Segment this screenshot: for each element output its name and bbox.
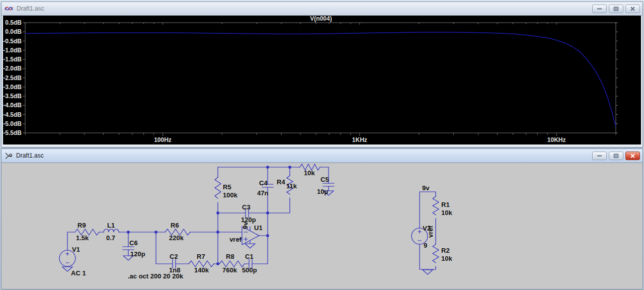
ltspice-mdi-area: { "plot_window": { "title": "Draft1.asc"… bbox=[0, 0, 644, 290]
wire bbox=[67, 232, 242, 250]
svg-text:-2.0dB: -2.0dB bbox=[3, 65, 22, 72]
label-C6: C6 bbox=[129, 239, 138, 247]
label-C2: C2 bbox=[170, 253, 178, 260]
value-V1: AC 1 bbox=[71, 269, 86, 277]
close-icon bbox=[630, 154, 635, 158]
label-C5: C5 bbox=[320, 176, 329, 183]
label-R8: R8 bbox=[226, 253, 234, 260]
schematic-window: Draft1.asc bbox=[1, 149, 643, 289]
label-R2: R2 bbox=[441, 247, 450, 254]
waveform-close-button[interactable] bbox=[625, 5, 640, 13]
minimize-icon bbox=[597, 154, 602, 158]
value-C1: 500p bbox=[242, 266, 257, 274]
waveform-minimize-button[interactable] bbox=[592, 5, 607, 13]
svg-text:-4.5dB: -4.5dB bbox=[3, 111, 22, 118]
waveform-icon bbox=[5, 5, 14, 12]
value-R8: 760k bbox=[222, 266, 237, 274]
value-C6: 120p bbox=[130, 250, 145, 258]
label-U1: U1 bbox=[254, 224, 263, 232]
wire bbox=[268, 167, 290, 213]
spice-directive: .ac oct 200 20 20k bbox=[128, 272, 184, 280]
label-R4: R4 bbox=[277, 178, 285, 186]
value-L1: 0.7 bbox=[106, 234, 115, 242]
svg-text:100Hz: 100Hz bbox=[154, 136, 172, 143]
value-R5: 100k bbox=[223, 191, 238, 199]
label-C1: C1 bbox=[245, 253, 254, 260]
svg-text:-3.5dB: -3.5dB bbox=[3, 93, 22, 100]
label-C3: C3 bbox=[242, 203, 251, 211]
waveform-window: Draft1.asc V(n004) 0.5dB0.0dB-0.5dB-1.0d… bbox=[1, 2, 643, 148]
net-vref-divider: vref bbox=[427, 225, 434, 238]
value-R6: 220k bbox=[169, 234, 184, 242]
svg-text:-2.5dB: -2.5dB bbox=[3, 75, 22, 82]
label-R7: R7 bbox=[197, 253, 205, 260]
value-V2: 9 bbox=[424, 242, 427, 249]
schematic-labels: V1 AC 1 R9 1.5k L1 0.7 C6 120p R6 220k C… bbox=[71, 169, 452, 280]
maximize-icon bbox=[613, 7, 619, 11]
waveform-window-title: Draft1.asc bbox=[17, 5, 590, 12]
label-C4: C4 bbox=[259, 179, 268, 187]
waveform-maximize-button[interactable] bbox=[609, 5, 623, 13]
svg-text:0.5dB: 0.5dB bbox=[5, 19, 22, 26]
label-R1: R1 bbox=[441, 201, 450, 208]
schematic-titlebar[interactable]: Draft1.asc bbox=[2, 149, 642, 163]
svg-text:10KHz: 10KHz bbox=[547, 136, 566, 143]
waveform-titlebar[interactable]: Draft1.asc bbox=[2, 2, 642, 16]
svg-text:-1.5dB: -1.5dB bbox=[3, 56, 22, 63]
close-icon bbox=[630, 7, 635, 11]
waveform-trace bbox=[25, 32, 616, 126]
value-C4: 47n bbox=[257, 189, 268, 197]
schematic-icon bbox=[5, 152, 13, 160]
value-R3: 10k bbox=[304, 169, 315, 177]
label-V1: V1 bbox=[72, 246, 80, 253]
net-9v-opamp: 9v bbox=[242, 222, 249, 229]
label-R6: R6 bbox=[171, 222, 179, 229]
value-R2: 10k bbox=[441, 255, 452, 262]
schematic-minimize-button[interactable] bbox=[592, 152, 607, 160]
label-L1: L1 bbox=[107, 222, 115, 229]
svg-text:-1.0dB: -1.0dB bbox=[3, 47, 22, 54]
net-9v-rail: 9v bbox=[422, 184, 430, 192]
value-R7: 140k bbox=[194, 266, 209, 274]
svg-text:-0.5dB: -0.5dB bbox=[3, 38, 22, 45]
value-R4: 11k bbox=[286, 182, 297, 190]
svg-text:-5.0dB: -5.0dB bbox=[3, 120, 22, 127]
value-R1: 10k bbox=[441, 209, 452, 216]
schematic-window-title: Draft1.asc bbox=[16, 152, 590, 159]
label-R9: R9 bbox=[77, 222, 86, 229]
schematic-maximize-button[interactable] bbox=[609, 152, 623, 160]
svg-text:-5.5dB: -5.5dB bbox=[3, 129, 22, 136]
trace-legend[interactable]: V(n004) bbox=[310, 16, 332, 22]
schematic-close-button[interactable] bbox=[625, 152, 640, 160]
label-R5: R5 bbox=[223, 183, 231, 191]
svg-text:0.0dB: 0.0dB bbox=[5, 28, 22, 35]
value-C5: 10µ bbox=[317, 188, 328, 195]
svg-text:-3.0dB: -3.0dB bbox=[3, 84, 22, 91]
schematic-canvas[interactable]: V1 AC 1 R9 1.5k L1 0.7 C6 120p R6 220k C… bbox=[2, 163, 642, 289]
minimize-icon bbox=[597, 7, 602, 11]
waveform-pane[interactable]: V(n004) 0.5dB0.0dB-0.5dB-1.0dB-1.5dB-2.0… bbox=[3, 16, 641, 144]
value-R9: 1.5k bbox=[76, 234, 89, 242]
plot-axes: 0.5dB0.0dB-0.5dB-1.0dB-1.5dB-2.0dB-2.5dB… bbox=[3, 19, 618, 143]
svg-text:-4.0dB: -4.0dB bbox=[3, 102, 22, 109]
svg-text:1KHz: 1KHz bbox=[352, 136, 367, 143]
maximize-icon bbox=[613, 154, 619, 158]
net-vref-opamp: vref bbox=[229, 236, 242, 243]
